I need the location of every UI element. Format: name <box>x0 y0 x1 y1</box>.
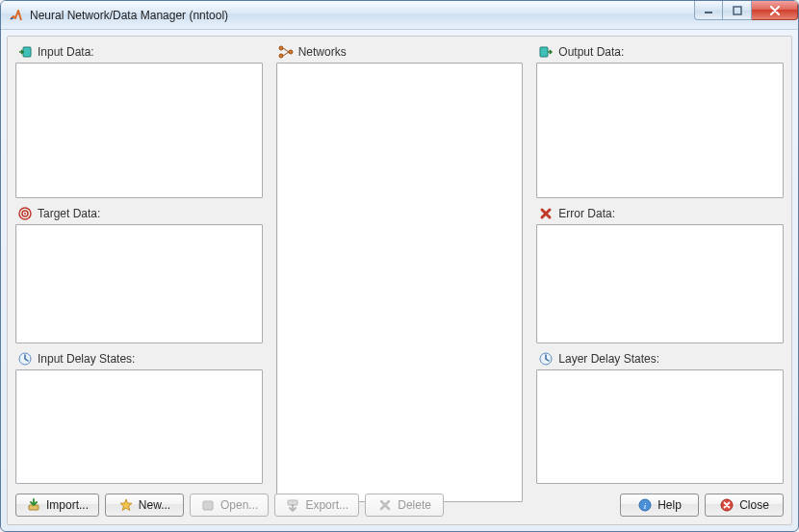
delete-icon <box>377 497 393 513</box>
svg-rect-13 <box>203 501 213 510</box>
matlab-icon <box>9 8 24 23</box>
svg-point-4 <box>279 54 283 58</box>
export-icon <box>285 497 300 513</box>
button-label: Open... <box>220 498 258 512</box>
svg-rect-0 <box>705 12 712 13</box>
maximize-button[interactable] <box>723 1 752 20</box>
networks-icon <box>278 44 294 60</box>
panel-header-error-data: Error Data: <box>536 206 784 224</box>
input-data-icon <box>17 44 33 60</box>
panel-header-input-delay-states: Input Delay States: <box>15 351 263 369</box>
error-data-icon <box>538 206 554 221</box>
svg-point-9 <box>24 213 26 215</box>
svg-point-5 <box>289 50 293 54</box>
listbox-networks[interactable] <box>276 63 524 502</box>
panel-label: Target Data: <box>38 207 100 220</box>
panel-error-data: Error Data: <box>536 206 784 342</box>
new-icon <box>118 497 134 513</box>
listbox-input-data[interactable] <box>15 63 263 198</box>
svg-rect-2 <box>23 47 31 57</box>
titlebar[interactable]: Neural Network/Data Manager (nntool) <box>1 1 798 30</box>
button-label: Delete <box>398 498 431 512</box>
import-icon <box>26 497 41 513</box>
delete-button[interactable]: Delete <box>365 494 444 517</box>
panel-label: Input Delay States: <box>38 352 135 366</box>
toolbar: Import... New... Open... <box>15 484 784 517</box>
panel-networks: Networks <box>276 44 524 484</box>
help-button[interactable]: i Help <box>620 494 699 517</box>
client-area: Input Data: Networks <box>7 36 792 525</box>
listbox-layer-delay-states[interactable] <box>536 369 784 484</box>
button-label: Close <box>739 498 769 512</box>
panel-header-target-data: Target Data: <box>15 206 263 224</box>
main-grid: Input Data: Networks <box>15 44 784 484</box>
panel-target-data: Target Data: <box>15 206 263 342</box>
panel-layer-delay-states: Layer Delay States: <box>536 351 784 484</box>
panel-header-output-data: Output Data: <box>536 44 784 63</box>
button-label: Import... <box>46 498 89 512</box>
listbox-target-data[interactable] <box>15 224 263 342</box>
panel-label: Input Data: <box>38 45 94 59</box>
svg-rect-6 <box>540 47 548 57</box>
panel-header-layer-delay-states: Layer Delay States: <box>536 351 784 369</box>
import-button[interactable]: Import... <box>15 494 99 517</box>
panel-header-input-data: Input Data: <box>15 44 263 63</box>
window-title: Neural Network/Data Manager (nntool) <box>30 9 228 22</box>
window-controls <box>694 1 798 20</box>
output-data-icon <box>538 44 554 60</box>
panel-label: Error Data: <box>558 207 615 220</box>
open-button[interactable]: Open... <box>190 494 269 517</box>
close-button[interactable]: Close <box>705 494 784 517</box>
close-icon <box>719 497 735 513</box>
svg-point-3 <box>279 46 283 50</box>
target-data-icon <box>17 206 33 221</box>
minimize-button[interactable] <box>694 1 723 20</box>
panel-label: Output Data: <box>558 45 624 59</box>
listbox-input-delay-states[interactable] <box>15 369 263 484</box>
help-icon: i <box>637 497 653 513</box>
layer-delay-icon <box>538 351 554 367</box>
export-button[interactable]: Export... <box>274 494 359 517</box>
close-window-button[interactable] <box>752 1 798 20</box>
panel-input-data: Input Data: <box>15 44 263 198</box>
window-frame: Neural Network/Data Manager (nntool) <box>0 0 799 532</box>
listbox-error-data[interactable] <box>536 224 784 342</box>
button-label: New... <box>139 498 170 512</box>
panel-label: Networks <box>298 45 347 59</box>
button-label: Help <box>657 498 682 512</box>
open-icon <box>200 497 216 513</box>
svg-rect-1 <box>734 7 741 14</box>
panel-output-data: Output Data: <box>536 44 784 198</box>
new-button[interactable]: New... <box>105 494 184 517</box>
panel-input-delay-states: Input Delay States: <box>15 351 263 484</box>
input-delay-icon <box>17 351 33 367</box>
button-label: Export... <box>305 498 348 512</box>
panel-label: Layer Delay States: <box>558 352 659 366</box>
listbox-output-data[interactable] <box>536 63 784 198</box>
panel-header-networks: Networks <box>276 44 524 63</box>
